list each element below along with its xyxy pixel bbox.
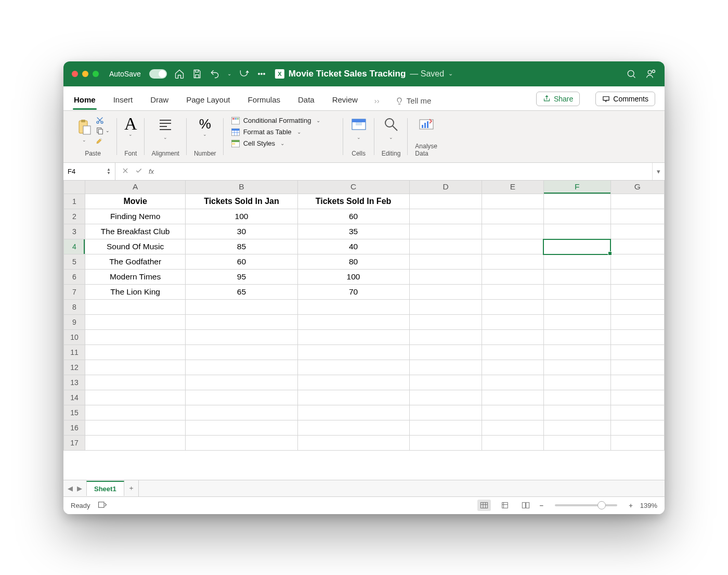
col-header-G[interactable]: G (610, 181, 664, 194)
format-painter-button[interactable] (96, 137, 110, 145)
cell-A4[interactable]: Sound Of Music (85, 239, 186, 254)
cell-F17[interactable] (543, 436, 610, 451)
cell-F8[interactable] (543, 300, 610, 315)
cell-F6[interactable] (543, 270, 610, 285)
close-window-button[interactable] (72, 71, 78, 77)
minimize-window-button[interactable] (82, 71, 88, 77)
cancel-formula-icon[interactable] (122, 167, 129, 176)
cell-A14[interactable] (85, 390, 186, 405)
account-icon[interactable] (646, 69, 656, 79)
cell-F4[interactable] (543, 239, 610, 254)
cell-C12[interactable] (297, 360, 409, 375)
cell-D11[interactable] (409, 345, 482, 360)
more-tabs-icon[interactable]: ›› (374, 96, 380, 105)
cell-B11[interactable] (186, 345, 297, 360)
view-page-break-button[interactable] (519, 500, 532, 511)
col-header-E[interactable]: E (482, 181, 543, 194)
cell-C9[interactable] (297, 315, 409, 330)
copy-button[interactable]: ⌄ (96, 126, 110, 135)
cell-grid[interactable]: ABCDEFG1MovieTickets Sold In JanTickets … (63, 181, 665, 451)
cell-A13[interactable] (85, 375, 186, 390)
cell-F1[interactable] (543, 194, 610, 209)
cell-C1[interactable]: Tickets Sold In Feb (297, 194, 409, 209)
cell-A15[interactable] (85, 405, 186, 420)
row-header-11[interactable]: 11 (64, 345, 85, 360)
cell-C3[interactable]: 35 (297, 224, 409, 239)
cell-C14[interactable] (297, 390, 409, 405)
select-all-corner[interactable] (64, 181, 85, 194)
cell-D10[interactable] (409, 330, 482, 345)
row-header-15[interactable]: 15 (64, 405, 85, 420)
cell-E14[interactable] (482, 390, 543, 405)
row-header-12[interactable]: 12 (64, 360, 85, 375)
cell-B4[interactable]: 85 (186, 239, 297, 254)
cell-G13[interactable] (610, 375, 664, 390)
cell-A9[interactable] (85, 315, 186, 330)
cell-A3[interactable]: The Breakfast Club (85, 224, 186, 239)
ellipsis-icon[interactable] (256, 69, 267, 79)
tab-page-layout[interactable]: Page Layout (185, 92, 231, 109)
cell-G14[interactable] (610, 390, 664, 405)
cell-G8[interactable] (610, 300, 664, 315)
cell-E3[interactable] (482, 224, 543, 239)
undo-icon[interactable] (210, 69, 220, 79)
name-box-spinner[interactable]: ▲▼ (107, 168, 111, 175)
cell-D15[interactable] (409, 405, 482, 420)
cell-C16[interactable] (297, 420, 409, 436)
maximize-window-button[interactable] (93, 71, 99, 77)
view-page-layout-button[interactable] (498, 500, 512, 511)
cell-A1[interactable]: Movie (85, 194, 186, 209)
tab-formulas[interactable]: Formulas (246, 92, 281, 109)
cell-D4[interactable] (409, 239, 482, 254)
cell-A11[interactable] (85, 345, 186, 360)
row-header-2[interactable]: 2 (64, 209, 85, 224)
cut-button[interactable] (96, 116, 110, 124)
cell-F10[interactable] (543, 330, 610, 345)
cell-A8[interactable] (85, 300, 186, 315)
zoom-out-button[interactable]: − (540, 502, 544, 509)
paste-button[interactable]: ⌄ (76, 119, 93, 143)
cell-E6[interactable] (482, 270, 543, 285)
enter-formula-icon[interactable] (135, 167, 142, 176)
cell-D8[interactable] (409, 300, 482, 315)
cell-A6[interactable]: Modern Times (85, 270, 186, 285)
cell-B12[interactable] (186, 360, 297, 375)
cell-B5[interactable]: 60 (186, 254, 297, 270)
row-header-8[interactable]: 8 (64, 300, 85, 315)
tab-draw[interactable]: Draw (149, 92, 170, 109)
cell-E10[interactable] (482, 330, 543, 345)
cell-E17[interactable] (482, 436, 543, 451)
fx-icon[interactable]: fx (149, 168, 154, 175)
cell-D1[interactable] (409, 194, 482, 209)
tab-data[interactable]: Data (297, 92, 316, 109)
row-header-9[interactable]: 9 (64, 315, 85, 330)
cell-styles-button[interactable]: Cell Styles⌄ (231, 139, 321, 148)
cell-B6[interactable]: 95 (186, 270, 297, 285)
cell-E1[interactable] (482, 194, 543, 209)
tab-insert[interactable]: Insert (112, 92, 134, 109)
cell-C4[interactable]: 40 (297, 239, 409, 254)
cell-A16[interactable] (85, 420, 186, 436)
cell-G15[interactable] (610, 405, 664, 420)
row-header-13[interactable]: 13 (64, 375, 85, 390)
cell-F7[interactable] (543, 285, 610, 300)
row-header-10[interactable]: 10 (64, 330, 85, 345)
cell-D12[interactable] (409, 360, 482, 375)
cell-B13[interactable] (186, 375, 297, 390)
cell-C8[interactable] (297, 300, 409, 315)
conditional-formatting-button[interactable]: Conditional Formatting⌄ (231, 116, 321, 125)
col-header-B[interactable]: B (186, 181, 297, 194)
analyse-data-button[interactable] (418, 116, 435, 135)
col-header-F[interactable]: F (543, 181, 610, 194)
cell-E4[interactable] (482, 239, 543, 254)
cell-B17[interactable] (186, 436, 297, 451)
cell-D13[interactable] (409, 375, 482, 390)
title-dropdown-icon[interactable]: ⌄ (448, 70, 453, 77)
cell-F12[interactable] (543, 360, 610, 375)
cell-F16[interactable] (543, 420, 610, 436)
col-header-D[interactable]: D (409, 181, 482, 194)
undo-dropdown[interactable]: ⌄ (227, 71, 231, 76)
row-header-5[interactable]: 5 (64, 254, 85, 270)
row-header-3[interactable]: 3 (64, 224, 85, 239)
cell-G10[interactable] (610, 330, 664, 345)
